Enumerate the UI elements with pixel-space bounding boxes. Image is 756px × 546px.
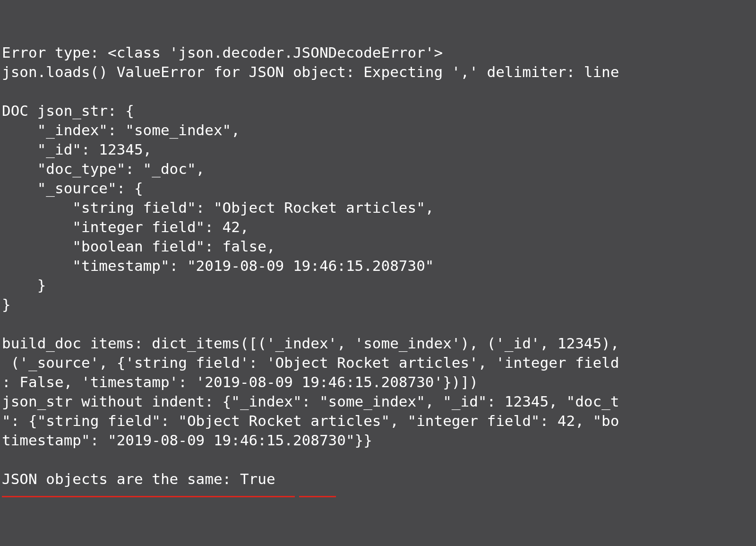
output-line: JSON objects are the same: True [2, 470, 275, 487]
annotation-underline [2, 496, 295, 497]
output-line: "_id": 12345, [2, 141, 152, 158]
output-line: timestamp": "2019-08-09 19:46:15.208730"… [2, 432, 372, 449]
output-line: "_source": { [2, 180, 143, 197]
output-line: "string field": "Object Rocket articles"… [2, 199, 434, 216]
output-line: "timestamp": "2019-08-09 19:46:15.208730… [2, 257, 434, 274]
output-line: DOC json_str: { [2, 102, 134, 119]
output-line: "_index": "some_index", [2, 121, 240, 139]
output-line: "doc_type": "_doc", [2, 160, 205, 177]
output-line: ": {"string field": "Object Rocket artic… [2, 412, 619, 429]
output-line: json.loads() ValueError for JSON object:… [2, 63, 619, 80]
output-line: build_doc items: dict_items([('_index', … [2, 335, 619, 352]
output-line: "boolean field": false, [2, 238, 275, 255]
output-line: json_str without indent: {"_index": "som… [2, 393, 619, 410]
annotation-underline [299, 496, 336, 497]
output-line: Error type: <class 'json.decoder.JSONDec… [2, 44, 443, 61]
output-line: ('_source', {'string field': 'Object Roc… [2, 354, 619, 371]
output-line: "integer field": 42, [2, 218, 249, 235]
output-line: : False, 'timestamp': '2019-08-09 19:46:… [2, 373, 478, 390]
output-line: } [2, 277, 46, 294]
output-line: } [2, 296, 11, 313]
terminal-output: Error type: <class 'json.decoder.JSONDec… [0, 0, 756, 546]
